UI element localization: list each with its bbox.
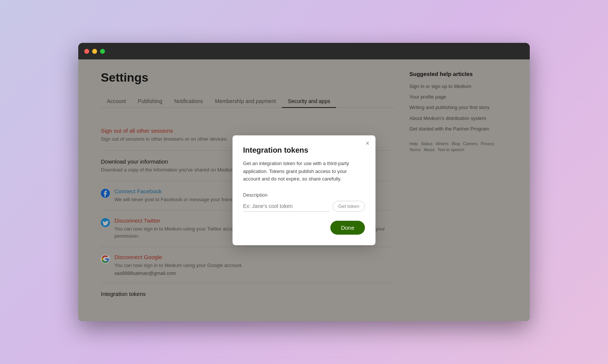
modal-overlay[interactable]: × Integration tokens Get an integration … [78, 59, 530, 321]
content-area: Settings Account Publishing Notification… [78, 59, 530, 321]
modal-done-row: Done [243, 221, 365, 235]
traffic-lights [84, 49, 105, 54]
titlebar [78, 43, 530, 59]
integration-modal: × Integration tokens Get an integration … [233, 135, 375, 245]
modal-close-button[interactable]: × [365, 140, 369, 147]
minimize-button[interactable] [92, 49, 97, 54]
description-input[interactable] [243, 201, 330, 212]
modal-title: Integration tokens [243, 146, 365, 155]
browser-window: Settings Account Publishing Notification… [78, 43, 530, 321]
done-button[interactable]: Done [330, 221, 365, 235]
modal-description-label: Description [243, 192, 365, 198]
modal-input-row: Get token [243, 201, 365, 212]
close-button[interactable] [84, 49, 89, 54]
maximize-button[interactable] [100, 49, 105, 54]
get-token-button[interactable]: Get token [333, 201, 365, 212]
modal-desc: Get an integration token for use with a … [243, 160, 365, 183]
